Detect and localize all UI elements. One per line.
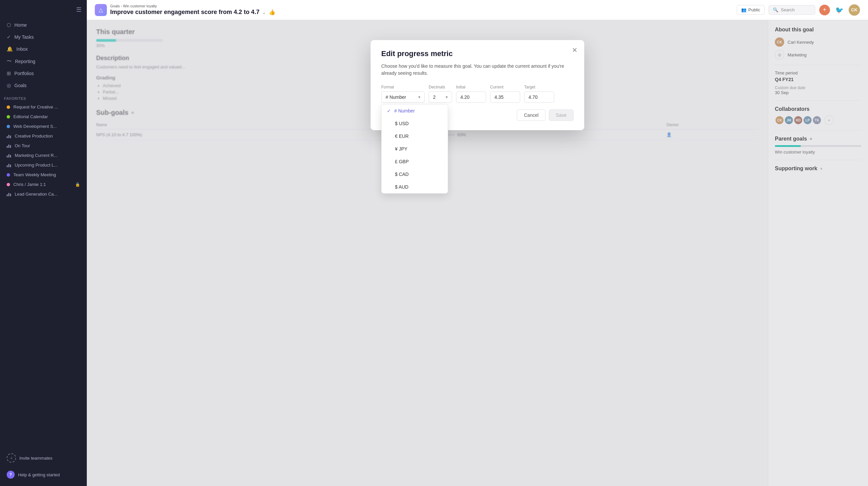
current-input[interactable] bbox=[490, 92, 520, 103]
decimals-label: Decimals bbox=[429, 85, 452, 90]
breadcrumb-area: Goals › Win customer loyalty Improve cus… bbox=[110, 4, 275, 16]
add-button[interactable]: + bbox=[819, 5, 830, 15]
format-selected-value: # Number bbox=[385, 94, 406, 100]
favorites-item-label: Web Development S... bbox=[13, 124, 57, 129]
sidebar-item-label: Portfolios bbox=[14, 71, 34, 76]
public-button[interactable]: 👥 Public bbox=[737, 5, 765, 15]
favorites-item-lead-generation[interactable]: Lead Generation Ca... bbox=[3, 190, 84, 199]
reporting-icon: 〜 bbox=[7, 58, 12, 64]
invite-teammates-button[interactable]: + Invite teammates bbox=[3, 450, 84, 466]
favorites-item-editorial-calendar[interactable]: Editorial Calendar bbox=[3, 112, 84, 121]
chevron-down-icon: ▾ bbox=[418, 95, 420, 99]
dropdown-item-label: $ CAD bbox=[395, 171, 409, 177]
sidebar-item-label: Goals bbox=[14, 83, 27, 88]
modal-description: Choose how you'd like to measure this go… bbox=[381, 63, 574, 77]
modal-overlay: ✕ Edit progress metric Choose how you'd … bbox=[87, 20, 868, 486]
favorites-list: Request for Creative ... Editorial Calen… bbox=[0, 102, 87, 199]
initial-label: Initial bbox=[456, 85, 486, 90]
breadcrumb: Goals › Win customer loyalty bbox=[110, 4, 275, 8]
format-label: Format bbox=[381, 85, 425, 90]
goals-icon: ◎ bbox=[7, 83, 11, 89]
search-bar[interactable]: 🔍 Search bbox=[769, 5, 815, 15]
help-button[interactable]: ? Help & getting started bbox=[3, 467, 84, 482]
sidebar-item-my-tasks[interactable]: ✓ My Tasks bbox=[3, 31, 84, 43]
modal-close-button[interactable]: ✕ bbox=[572, 46, 578, 54]
favorites-item-web-development[interactable]: Web Development S... bbox=[3, 122, 84, 131]
favorites-item-label: On Tour bbox=[15, 143, 30, 148]
current-label: Current bbox=[490, 85, 520, 90]
content-area: This quarter 30% Description Customers n… bbox=[87, 20, 868, 486]
dropdown-item-eur[interactable]: € EUR bbox=[381, 130, 448, 142]
favorites-item-label: Creative Production bbox=[15, 133, 53, 138]
favorites-item-label: Upcoming Product L... bbox=[15, 163, 58, 168]
favorites-section-label: Favorites bbox=[0, 92, 87, 102]
bar-chart-icon bbox=[7, 134, 11, 138]
modal-title: Edit progress metric bbox=[381, 50, 574, 58]
dropdown-item-label: $ AUD bbox=[395, 184, 408, 190]
dropdown-item-aud[interactable]: $ AUD bbox=[381, 181, 448, 193]
favorites-item-label: Request for Creative ... bbox=[13, 104, 58, 109]
sidebar-item-portfolios[interactable]: ⊞ Portfolios bbox=[3, 68, 84, 79]
favorites-item-request-creative[interactable]: Request for Creative ... bbox=[3, 102, 84, 111]
sidebar-item-reporting[interactable]: 〜 Reporting bbox=[3, 56, 84, 67]
bell-icon: 🔔 bbox=[7, 46, 13, 52]
sidebar-header: ☰ bbox=[0, 0, 87, 19]
public-label: Public bbox=[748, 7, 760, 12]
portfolios-icon: ⊞ bbox=[7, 70, 11, 76]
chevron-down-icon: ▾ bbox=[446, 95, 448, 99]
dot-icon bbox=[7, 125, 10, 128]
decimals-select[interactable]: 2 ▾ bbox=[429, 92, 452, 103]
dropdown-item-usd[interactable]: $ USD bbox=[381, 117, 448, 130]
sidebar-item-home[interactable]: ⬡ Home bbox=[3, 19, 84, 31]
edit-progress-metric-modal: ✕ Edit progress metric Choose how you'd … bbox=[371, 40, 584, 130]
favorites-item-upcoming-product[interactable]: Upcoming Product L... bbox=[3, 161, 84, 169]
sidebar-item-goals[interactable]: ◎ Goals bbox=[3, 80, 84, 91]
home-icon: ⬡ bbox=[7, 22, 11, 28]
like-icon[interactable]: 👍 bbox=[269, 9, 275, 15]
bird-icon[interactable]: 🐦 bbox=[834, 5, 845, 15]
goal-icon: △ bbox=[95, 4, 107, 16]
lock-icon: 🔒 bbox=[75, 182, 80, 187]
sidebar-toggle[interactable]: ☰ bbox=[76, 6, 82, 13]
save-button[interactable]: Save bbox=[549, 109, 574, 121]
sidebar-item-label: My Tasks bbox=[14, 34, 34, 40]
sidebar-item-label: Inbox bbox=[17, 46, 28, 52]
format-group: Format # Number ▾ ✓ # Number bbox=[381, 85, 425, 103]
dropdown-item-number[interactable]: ✓ # Number bbox=[381, 104, 448, 117]
dropdown-item-cad[interactable]: $ CAD bbox=[381, 168, 448, 181]
favorites-item-on-tour[interactable]: On Tour bbox=[3, 141, 84, 150]
dot-icon bbox=[7, 183, 10, 186]
dropdown-item-label: ¥ JPY bbox=[395, 146, 407, 152]
user-avatar[interactable]: CK bbox=[849, 4, 860, 16]
dot-icon bbox=[7, 105, 10, 109]
people-icon: 👥 bbox=[741, 7, 746, 12]
sidebar-item-label: Reporting bbox=[15, 59, 35, 64]
topbar: △ Goals › Win customer loyalty Improve c… bbox=[87, 0, 868, 20]
dropdown-item-jpy[interactable]: ¥ JPY bbox=[381, 142, 448, 155]
dot-icon bbox=[7, 115, 10, 119]
format-select[interactable]: # Number ▾ bbox=[381, 92, 425, 103]
decimals-group: Decimals 2 ▾ bbox=[429, 85, 452, 103]
favorites-item-team-weekly[interactable]: Team Weekly Meeting bbox=[3, 170, 84, 179]
invite-plus-icon: + bbox=[7, 453, 16, 463]
main-area: △ Goals › Win customer loyalty Improve c… bbox=[87, 0, 868, 486]
favorites-item-marketing[interactable]: Marketing Current R... bbox=[3, 151, 84, 160]
sidebar-item-inbox[interactable]: 🔔 Inbox bbox=[3, 43, 84, 55]
help-icon: ? bbox=[7, 471, 15, 479]
cancel-button[interactable]: Cancel bbox=[517, 109, 546, 121]
page-title: Improve customer engagement score from 4… bbox=[110, 9, 259, 16]
chevron-down-icon[interactable]: ⌄ bbox=[262, 10, 266, 15]
target-input[interactable] bbox=[524, 92, 554, 103]
favorites-item-chris-jamie[interactable]: Chris / Jamie 1:1 🔒 bbox=[3, 180, 84, 189]
topbar-right: 👥 Public 🔍 Search + 🐦 CK bbox=[737, 4, 860, 16]
invite-teammates-label: Invite teammates bbox=[19, 456, 53, 461]
bar-chart-icon bbox=[7, 154, 11, 158]
check-icon: ✓ bbox=[387, 108, 391, 114]
form-row: Format # Number ▾ ✓ # Number bbox=[381, 85, 574, 103]
favorites-item-label: Marketing Current R... bbox=[15, 153, 57, 158]
favorites-item-creative-production[interactable]: Creative Production bbox=[3, 131, 84, 140]
dropdown-item-gbp[interactable]: £ GBP bbox=[381, 155, 448, 168]
favorites-item-label: Lead Generation Ca... bbox=[15, 192, 57, 197]
help-label: Help & getting started bbox=[18, 472, 60, 477]
initial-input[interactable] bbox=[456, 92, 486, 103]
